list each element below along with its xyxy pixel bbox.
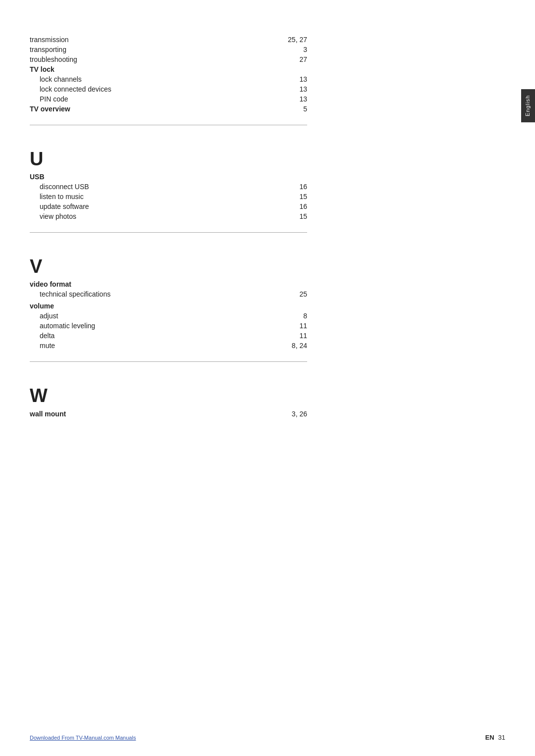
entry-subterm: adjust [30,312,58,320]
entry-page: 3, 26 [287,410,307,418]
category-video-format: video format [30,280,307,288]
table-row: listen to music 15 [30,192,307,202]
entry-subterm: view photos [30,212,76,220]
table-row: disconnect USB 16 [30,182,307,192]
entry-page: 3 [287,46,307,53]
table-row: lock connected devices 13 [30,84,307,94]
section-divider [30,232,307,233]
entry-page: 25 [287,290,307,298]
page-container: English transmission 25, 27 transporting… [0,0,535,756]
table-row: view photos 15 [30,211,307,221]
entry-term: wall mount [30,410,66,418]
table-row: troubleshooting 27 [30,54,307,64]
entry-term: transmission [30,36,69,44]
table-row: adjust 8 [30,311,307,321]
entry-term: troubleshooting [30,55,77,63]
table-row: update software 16 [30,202,307,211]
footer-page-number: 31 [498,734,505,741]
entry-subterm: disconnect USB [30,183,89,191]
footer-link[interactable]: Downloaded From TV-Manual.com Manuals [30,735,136,741]
entry-page: 13 [287,75,307,83]
table-row: mute 8, 24 [30,341,307,351]
letter-heading-W: W [30,386,307,406]
entry-page: 15 [287,193,307,201]
category-volume: volume [30,302,307,310]
entry-page: 25, 27 [287,36,307,44]
entry-subterm: automatic leveling [30,322,95,330]
table-row: technical specifications 25 [30,289,307,299]
entry-page: 16 [287,202,307,210]
entry-page: 8 [287,312,307,320]
top-section: transmission 25, 27 transporting 3 troub… [30,20,307,114]
table-row: automatic leveling 11 [30,321,307,331]
table-row: PIN code 13 [30,94,307,104]
table-row: wall mount 3, 26 [30,409,307,419]
entry-subterm: PIN code [30,95,68,103]
entry-page: 8, 24 [287,342,307,350]
entry-subterm: delta [30,332,54,340]
section-U: U USB disconnect USB 16 listen to music … [30,134,307,221]
category-usb: USB [30,173,307,181]
letter-heading-V: V [30,256,307,277]
footer-page-info: EN 31 [485,734,505,741]
entry-page: 27 [287,55,307,63]
side-tab-label: English [525,95,531,116]
table-row: TV lock [30,64,307,74]
footer: Downloaded From TV-Manual.com Manuals EN… [0,734,535,741]
section-divider [30,125,307,125]
footer-lang: EN [485,734,494,741]
entry-page: 11 [287,332,307,340]
letter-heading-U: U [30,149,307,170]
entry-page: 5 [287,105,307,113]
section-W: W wall mount 3, 26 [30,371,307,419]
table-row: transmission 25, 27 [30,35,307,45]
entry-subterm: mute [30,342,55,350]
entry-subterm: listen to music [30,193,84,201]
entry-term: TV lock [30,65,54,73]
side-tab: English [521,89,535,122]
entry-subterm: update software [30,202,89,210]
entry-page: 13 [287,85,307,93]
entry-subterm: lock channels [30,75,82,83]
entry-subterm: lock connected devices [30,85,111,93]
main-content: transmission 25, 27 transporting 3 troub… [30,20,307,419]
table-row: transporting 3 [30,45,307,54]
entry-page: 11 [287,322,307,330]
entry-page: 15 [287,212,307,220]
entry-page: 16 [287,183,307,191]
table-row: TV overview 5 [30,104,307,114]
entry-subterm: technical specifications [30,290,110,298]
entry-term: TV overview [30,105,70,113]
table-row: delta 11 [30,331,307,341]
entry-page: 13 [287,95,307,103]
table-row: lock channels 13 [30,74,307,84]
section-V: V video format technical specifications … [30,242,307,351]
entry-term: transporting [30,46,66,53]
section-divider [30,361,307,362]
